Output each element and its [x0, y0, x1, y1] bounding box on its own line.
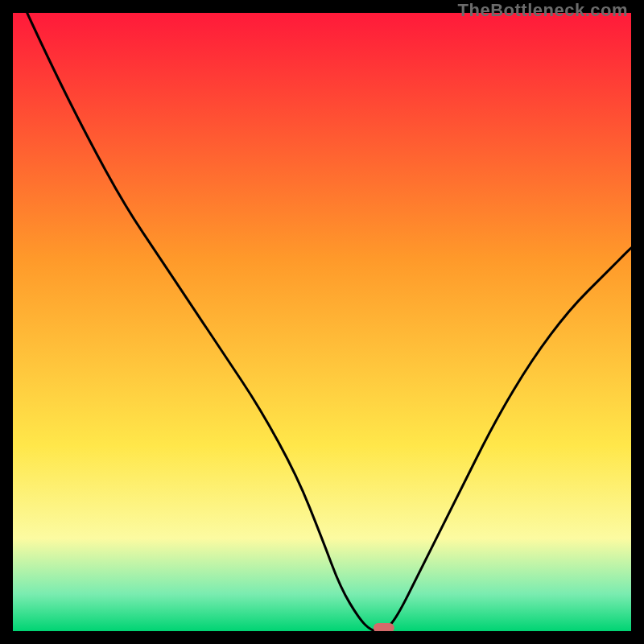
bottleneck-chart-svg [13, 13, 631, 631]
chart-frame: TheBottleneck.com [0, 0, 644, 644]
plot-area [13, 13, 631, 631]
watermark-text: TheBottleneck.com [458, 0, 628, 21]
optimal-point-marker [374, 623, 394, 631]
